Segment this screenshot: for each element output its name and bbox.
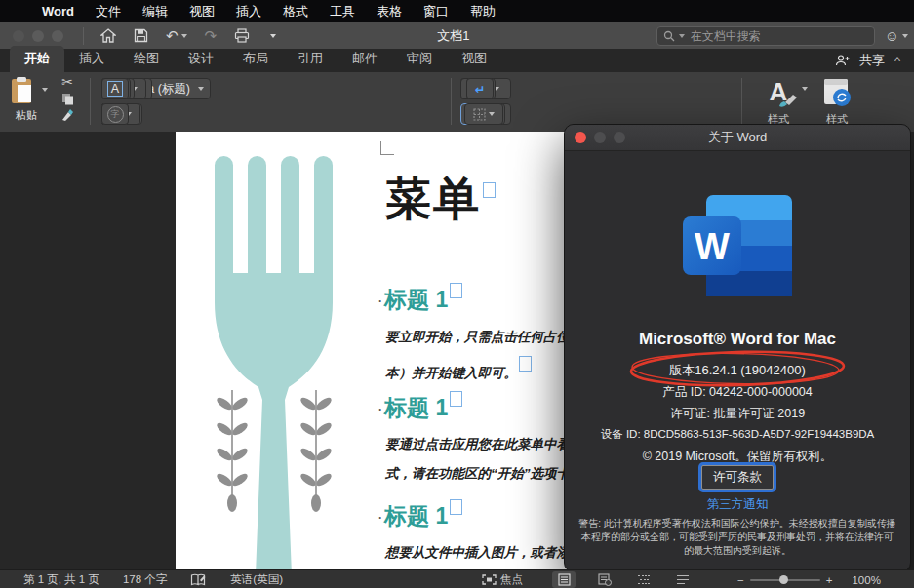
zoom-out-button[interactable]: − (737, 574, 744, 586)
menu-format[interactable]: 格式 (272, 3, 319, 20)
redo-button[interactable]: ↷ (196, 22, 226, 49)
proofing-icon[interactable] (179, 573, 219, 586)
word-count[interactable]: 178 个字 (111, 572, 179, 587)
character-border-button[interactable]: A (101, 78, 129, 99)
placeholder-glyph (483, 182, 496, 198)
copyright-warning: 警告: 此计算机程序受著作权法和国际公约保护。未经授权擅自复制或传播本程序的部分… (578, 517, 896, 558)
menu-bar: Word 文件 编辑 视图 插入 格式 工具 表格 窗口 帮助 (0, 0, 914, 22)
toolbar-divider (83, 27, 84, 45)
tab-layout[interactable]: 布局 (228, 46, 283, 72)
menu-tools[interactable]: 工具 (319, 3, 366, 20)
print-layout-view-button[interactable] (552, 571, 576, 588)
share-button[interactable]: 共享 (859, 52, 885, 69)
close-window-button[interactable] (13, 30, 24, 42)
menu-edit[interactable]: 编辑 (132, 3, 179, 20)
home-icon[interactable] (92, 22, 125, 49)
search-input[interactable] (689, 28, 868, 44)
borders-button[interactable] (464, 103, 503, 125)
menu-insert[interactable]: 插入 (225, 3, 272, 20)
tab-insert[interactable]: 插入 (64, 46, 119, 72)
search-field[interactable] (656, 26, 875, 46)
fork-illustration (193, 156, 351, 569)
license-info: 许可证: 批量许可证 2019 (565, 406, 910, 422)
copy-icon[interactable] (61, 93, 74, 105)
paste-clipboard-icon (10, 76, 35, 105)
enclose-characters-button[interactable]: 字 (101, 103, 129, 125)
focus-mode-button[interactable]: 焦点 (470, 572, 535, 587)
status-bar: 第 1 页, 共 1 页 178 个字 英语(英国) 焦点 − + 100% (0, 569, 914, 588)
third-party-notices-link[interactable]: 第三方通知 (565, 496, 910, 513)
dialog-titlebar[interactable]: 关于 Word (565, 125, 910, 151)
zoom-level[interactable]: 100% (840, 574, 892, 586)
print-icon[interactable] (225, 22, 258, 49)
language-indicator[interactable]: 英语(英国) (219, 572, 295, 587)
styles-pane-button[interactable]: 样式 (812, 77, 862, 128)
collapse-ribbon-icon[interactable]: ^ (894, 54, 900, 68)
styles-pane-icon (822, 77, 852, 108)
menu-file[interactable]: 文件 (85, 3, 132, 20)
word-app-icon: W (681, 193, 794, 298)
save-icon[interactable] (125, 22, 157, 49)
menu-window[interactable]: 窗口 (413, 3, 459, 20)
placeholder-glyph (450, 283, 462, 298)
menu-view[interactable]: 视图 (179, 3, 225, 20)
window-controls (0, 30, 75, 42)
placeholder-glyph (450, 391, 462, 407)
copyright: © 2019 Microsoft。保留所有权利。 (565, 449, 910, 465)
placeholder-glyph (519, 356, 532, 372)
draft-view-button[interactable] (671, 571, 695, 588)
doc-heading-2: ·标题 1 (378, 391, 462, 423)
paste-label: 粘贴 (10, 108, 43, 123)
zoom-slider-thumb[interactable] (779, 575, 788, 584)
search-icon (663, 30, 675, 42)
menu-help[interactable]: 帮助 (459, 3, 506, 20)
tab-design[interactable]: 设计 (174, 46, 228, 72)
license-terms-button[interactable]: 许可条款 (701, 465, 774, 490)
svg-text:W: W (695, 226, 730, 267)
undo-icon: ↶ (166, 27, 179, 45)
feedback-smiley-button[interactable]: ☺ (875, 27, 914, 44)
menu-table[interactable]: 表格 (366, 3, 413, 20)
page-indicator[interactable]: 第 1 页, 共 1 页 (0, 572, 111, 587)
undo-button[interactable]: ↶ (157, 22, 196, 49)
styles-brush-icon (777, 93, 799, 108)
doc-paragraph-line: 式，请在功能区的“开始”选项卡上 (385, 465, 576, 483)
paste-button[interactable]: 粘贴 (10, 76, 43, 123)
customize-toolbar-button[interactable] (258, 22, 285, 49)
styles-button[interactable]: A 样式 (753, 77, 804, 128)
document-title: 文档1 (437, 27, 469, 45)
menu-word[interactable]: Word (31, 4, 85, 19)
tab-draw[interactable]: 绘图 (119, 46, 174, 72)
search-scope-caret[interactable] (679, 34, 685, 38)
tab-review[interactable]: 审阅 (392, 46, 447, 72)
web-layout-view-button[interactable] (593, 571, 616, 588)
borders-icon (473, 108, 486, 121)
tab-references[interactable]: 引用 (283, 46, 338, 72)
focus-icon (482, 574, 497, 585)
ribbon-tab-bar: 开始 插入 绘图 设计 布局 引用 邮件 审阅 视图 共享 ^ (0, 49, 914, 72)
tab-mailings[interactable]: 邮件 (338, 46, 392, 72)
doc-heading-1: ·标题 1 (378, 283, 462, 315)
zoom-window-button[interactable] (52, 30, 63, 42)
app-name: Microsoft® Word for Mac (565, 330, 910, 349)
doc-paragraph-line: 要立即开始，只需点击任何占位 (385, 329, 576, 346)
tab-home[interactable]: 开始 (10, 46, 64, 72)
tab-view[interactable]: 视图 (447, 46, 501, 72)
minimize-window-button[interactable] (32, 30, 44, 42)
device-id: 设备 ID: 8DCD5863-513F-563D-A5D7-92F19443B… (565, 427, 910, 442)
zoom-in-button[interactable]: + (826, 574, 833, 586)
zoom-slider[interactable] (750, 579, 820, 581)
undo-dropdown-caret[interactable] (181, 34, 187, 38)
share-person-icon (835, 55, 850, 66)
document-page[interactable]: 菜单 ·标题 1 要立即开始，只需点击任何占位 本）并开始键入即可。 ·标题 1… (176, 132, 576, 569)
doc-paragraph-line: 想要从文件中插入图片，或者添 (385, 544, 576, 562)
doc-paragraph-line: 本）并开始键入即可。 (385, 356, 576, 382)
wheat-sprig-left (215, 390, 249, 512)
doc-paragraph-line: 要通过点击应用您在此菜单中看 (385, 436, 576, 453)
outline-view-button[interactable] (632, 571, 656, 588)
format-painter-icon[interactable] (60, 108, 74, 122)
show-formatting-marks-button[interactable]: ↵ (466, 78, 494, 99)
cut-icon[interactable]: ✂ (61, 74, 73, 90)
redo-icon: ↷ (205, 27, 218, 45)
margin-crop-mark (380, 141, 394, 155)
